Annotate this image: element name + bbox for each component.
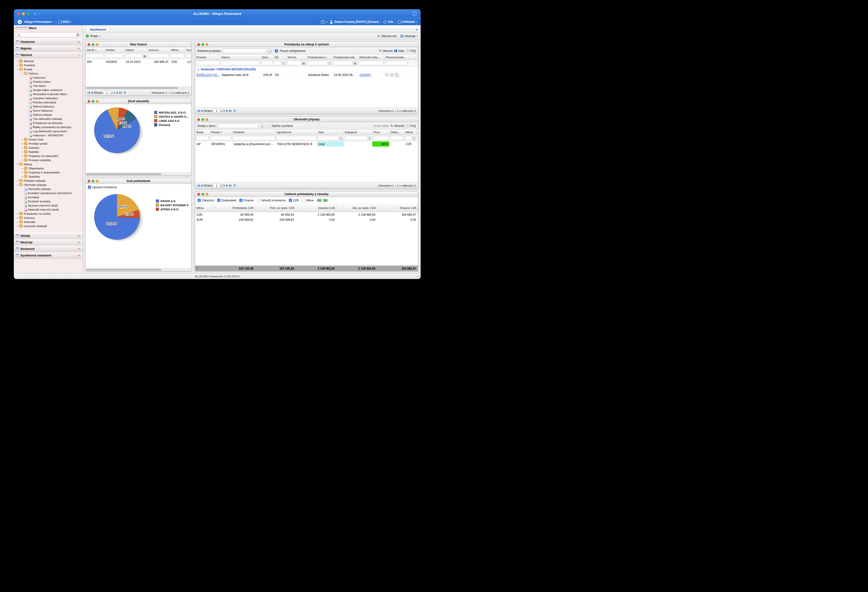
panel-minimize-icon[interactable] xyxy=(96,180,99,183)
checkbox-finance[interactable]: Finance xyxy=(239,199,254,202)
next-page-button[interactable]: ▶ xyxy=(116,91,118,94)
column-header-kategorie[interactable]: Kategorie xyxy=(344,130,372,135)
checkbox-vyloucit-insolvence[interactable]: Vyloučit insolvence xyxy=(257,199,286,202)
clear-filter-icon[interactable]: × xyxy=(265,50,268,52)
tree-item-pokladní-doklady[interactable]: ▸Pokladní doklady xyxy=(14,178,83,183)
app-menu-button[interactable]: Allegro Prezentace ▾ xyxy=(24,20,54,24)
next-page-button[interactable]: ▶ xyxy=(226,184,228,187)
refresh-button[interactable]: ↻ Obnovit xyxy=(391,124,404,128)
clear-filter-icon[interactable]: × xyxy=(257,124,260,127)
refresh-button[interactable]: ↻ Obnovit xyxy=(379,49,393,53)
tree-item-prodejní-portál[interactable]: ▸Prodejní portál xyxy=(14,141,83,146)
chevron-down-icon[interactable]: ▾ xyxy=(16,184,19,186)
tree-item-hromadné-mailování-faktur[interactable]: Hromadné mailování faktur xyxy=(14,92,83,96)
filter-stepper[interactable]: ▲▼ xyxy=(368,136,371,140)
refresh-icon[interactable]: ↻ xyxy=(233,109,236,113)
tree-item-daňový-doklad[interactable]: Daňový doklad xyxy=(14,113,83,117)
filter-input-kategorie[interactable] xyxy=(344,136,368,140)
tree-item-smlouvy[interactable]: ▸Smlouvy xyxy=(14,216,83,220)
referent-input[interactable] xyxy=(223,50,265,52)
product-link[interactable]: BARELOVA VO... xyxy=(196,73,219,77)
panel-maximize-icon[interactable] xyxy=(201,193,204,196)
tree-item-poptávky-od-zákazníků[interactable]: ▸Poptávky od zákazníků xyxy=(14,154,83,158)
column-header-pravdepodobnost[interactable]: Prav... xyxy=(372,130,389,135)
page-input[interactable] xyxy=(213,183,220,187)
expand-section-icon[interactable]: + xyxy=(77,47,80,50)
share-icon[interactable] xyxy=(413,12,416,16)
only-unordered-checkbox[interactable] xyxy=(275,49,278,52)
zoom-window-button[interactable] xyxy=(27,12,30,15)
filter-input-stav[interactable] xyxy=(318,136,339,140)
page-input[interactable] xyxy=(213,109,220,113)
panel-close-icon[interactable] xyxy=(197,193,200,196)
refresh-icon[interactable]: ↻ xyxy=(233,184,236,187)
edit-icon[interactable] xyxy=(385,73,388,77)
minimize-window-button[interactable] xyxy=(22,12,25,15)
search-box[interactable]: × xyxy=(16,32,81,37)
table-row[interactable]: OP OP240001 výdejníky a příslušenství pr… xyxy=(195,141,418,147)
tree-item-dodací-listy[interactable]: ▸Dodací listy xyxy=(14,137,83,141)
combo-stepper[interactable]: ▲▼ xyxy=(260,124,264,128)
chevron-right-icon[interactable]: ▸ xyxy=(16,212,19,215)
chevron-right-icon[interactable]: ▸ xyxy=(16,60,19,62)
sidebar-section-majetek[interactable]: Majetek+ xyxy=(14,45,83,52)
expand-section-icon[interactable]: + xyxy=(77,234,80,237)
chevron-right-icon[interactable]: ▸ xyxy=(21,143,24,145)
tree-item-požadavky-na-služby[interactable]: ▸Požadavky na služby xyxy=(14,212,83,216)
filter-input-mena[interactable] xyxy=(171,54,185,58)
copy-icon[interactable] xyxy=(395,73,398,77)
column-header-pozadovano-kym[interactable]: Požadováno k... xyxy=(307,54,332,60)
collapse-panel-icon[interactable]: « xyxy=(416,27,418,32)
chevron-right-icon[interactable]: ▸ xyxy=(21,151,24,153)
tree-item-statistiky[interactable]: ▸Statistiky xyxy=(14,174,83,178)
panel-close-icon[interactable] xyxy=(88,100,90,103)
chevron-right-icon[interactable]: ▸ xyxy=(21,159,24,161)
filter-stepper[interactable]: ▲▼ xyxy=(340,136,343,140)
page-input[interactable] xyxy=(104,90,110,95)
refresh-icon[interactable]: ↻ xyxy=(124,91,126,94)
window-layout-icon[interactable] xyxy=(16,27,19,29)
calendar-icon[interactable]: ▦ xyxy=(353,61,357,65)
panel-close-icon[interactable] xyxy=(88,180,90,183)
filter-input-pravdepodobnost[interactable] xyxy=(373,136,388,140)
sidebar-section-nástroje[interactable]: Nástroje+ xyxy=(14,239,83,246)
clear-selection-button[interactable]: Zrušit výběr xyxy=(373,124,389,128)
expand-section-icon[interactable]: + xyxy=(77,247,80,250)
column-header-rada[interactable]: Řada xyxy=(195,130,210,135)
tree-item-kontakty[interactable]: Kontakty xyxy=(14,195,83,199)
column-header-produkt[interactable]: Produkt xyxy=(195,54,220,60)
column-header-denik[interactable]: Deník▲ xyxy=(86,47,104,52)
first-page-button[interactable]: |◀ xyxy=(87,91,90,94)
close-window-button[interactable] xyxy=(17,12,20,15)
filter-stepper[interactable]: ▲▼ xyxy=(282,61,285,65)
tree-item-požadavek-na-dobropis[interactable]: Požadavek na dobropis xyxy=(14,121,83,125)
prev-page-button[interactable]: ◀ xyxy=(201,109,202,112)
tree-item-uzavírání-dokladů[interactable]: ▸Uzavírání dokladů xyxy=(14,224,83,228)
checkbox-zakaznici[interactable]: Zákazníci xyxy=(198,199,214,202)
table-row[interactable]: BARELOVA VO... Neperlivá voda 18,9l 206,… xyxy=(195,72,418,77)
horizontal-scrollbar[interactable] xyxy=(86,268,191,271)
filter-input-datum[interactable] xyxy=(125,54,142,58)
load-closed-checkbox[interactable] xyxy=(267,124,270,127)
tree-item-kalendář[interactable]: ▸Kalendář xyxy=(14,220,83,224)
cart-icon[interactable] xyxy=(390,73,394,77)
help-button[interactable]: Help xyxy=(394,49,404,53)
sidebar-section-systémová-nastavení[interactable]: Systémová nastavení+ xyxy=(14,252,83,259)
exclude-insolvency-checkbox[interactable] xyxy=(88,186,91,189)
sidebar-section-účetnictví[interactable]: Účetnictví+ xyxy=(14,38,83,45)
column-header-pripad[interactable]: Případ▼ xyxy=(210,130,232,135)
chevron-right-icon[interactable]: ▸ xyxy=(16,221,19,223)
tree-item-soupis-faktur-vydaných[interactable]: Soupis faktur vydaných xyxy=(14,88,83,92)
filter-input-mena[interactable] xyxy=(405,136,412,140)
column-header-zbyva[interactable]: Zbýv... xyxy=(260,54,273,60)
calendar-icon[interactable]: ▦ xyxy=(143,54,147,58)
tree-item-kalendář-interních-úkolů[interactable]: Kalendář interních úkolů xyxy=(14,208,83,212)
expand-section-icon[interactable]: + xyxy=(77,240,80,244)
faq-button[interactable]: ? FAQ xyxy=(406,124,416,128)
column-header-predmet[interactable]: Předmět xyxy=(232,130,276,135)
tree-item-nabídky[interactable]: ▸Nabídky xyxy=(14,150,83,154)
last-page-button[interactable]: ▶| xyxy=(229,184,232,187)
table-row[interactable]: 400 2023001 24.10.2023 164 865,47 CZK 1,… xyxy=(86,59,191,64)
chevron-right-icon[interactable]: ▸ xyxy=(21,171,24,174)
table-row[interactable]: CZK 83 555,44 83 555,44 2 139 963,55 2 1… xyxy=(195,212,418,217)
